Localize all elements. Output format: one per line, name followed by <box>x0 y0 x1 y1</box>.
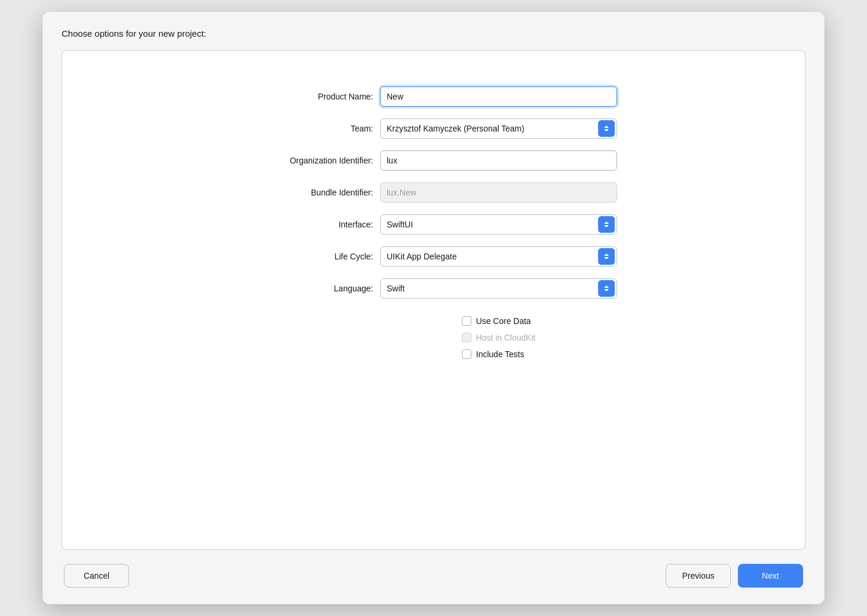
host-in-cloudkit-row: Host in CloudKit <box>462 333 535 342</box>
product-name-label: Product Name: <box>250 92 380 101</box>
lifecycle-row: Life Cycle: UIKit App Delegate SwiftUI A… <box>250 246 617 267</box>
org-identifier-input[interactable] <box>380 150 617 171</box>
lifecycle-label: Life Cycle: <box>250 252 380 261</box>
form-container: Product Name: Team: Krzysztof Kamyczek (… <box>250 86 617 310</box>
bundle-identifier-label: Bundle Identifier: <box>250 188 380 197</box>
use-core-data-label: Use Core Data <box>476 316 531 326</box>
use-core-data-checkbox[interactable] <box>462 316 471 326</box>
include-tests-label: Include Tests <box>476 349 524 359</box>
bundle-identifier-input <box>380 182 617 203</box>
team-field: Krzysztof Kamyczek (Personal Team) <box>380 118 617 139</box>
lifecycle-select-wrapper: UIKit App Delegate SwiftUI App <box>380 246 617 267</box>
previous-button[interactable]: Previous <box>666 564 731 588</box>
footer-right: Previous Next <box>666 564 803 588</box>
host-in-cloudkit-checkbox <box>462 333 471 342</box>
use-core-data-row: Use Core Data <box>462 316 535 326</box>
cancel-button[interactable]: Cancel <box>64 564 129 588</box>
interface-select-wrapper: SwiftUI Storyboard <box>380 214 617 235</box>
dialog-header: Choose options for your new project: <box>62 28 805 38</box>
include-tests-checkbox[interactable] <box>462 349 471 359</box>
language-select-wrapper: Swift Objective-C <box>380 278 617 299</box>
dialog-footer: Cancel Previous Next <box>62 564 805 588</box>
org-identifier-label: Organization Identifier: <box>250 156 380 165</box>
interface-row: Interface: SwiftUI Storyboard <box>250 214 617 235</box>
next-button[interactable]: Next <box>738 564 803 588</box>
team-label: Team: <box>250 124 380 133</box>
lifecycle-field: UIKit App Delegate SwiftUI App <box>380 246 617 267</box>
checkboxes-area: Use Core Data Host in CloudKit Include T… <box>462 316 535 359</box>
product-name-row: Product Name: <box>250 86 617 107</box>
language-label: Language: <box>250 284 380 293</box>
team-row: Team: Krzysztof Kamyczek (Personal Team) <box>250 118 617 139</box>
bundle-identifier-row: Bundle Identifier: <box>250 182 617 203</box>
lifecycle-select[interactable]: UIKit App Delegate SwiftUI App <box>380 246 617 267</box>
interface-field: SwiftUI Storyboard <box>380 214 617 235</box>
interface-select[interactable]: SwiftUI Storyboard <box>380 214 617 235</box>
language-select[interactable]: Swift Objective-C <box>380 278 617 299</box>
language-row: Language: Swift Objective-C <box>250 278 617 299</box>
language-field: Swift Objective-C <box>380 278 617 299</box>
org-identifier-field <box>380 150 617 171</box>
bundle-identifier-field <box>380 182 617 203</box>
product-name-input[interactable] <box>380 86 617 107</box>
host-in-cloudkit-label: Host in CloudKit <box>476 333 535 342</box>
interface-label: Interface: <box>250 220 380 229</box>
team-select[interactable]: Krzysztof Kamyczek (Personal Team) <box>380 118 617 139</box>
new-project-dialog: Choose options for your new project: Pro… <box>43 12 824 604</box>
dialog-content: Product Name: Team: Krzysztof Kamyczek (… <box>62 50 805 550</box>
team-select-wrapper: Krzysztof Kamyczek (Personal Team) <box>380 118 617 139</box>
org-identifier-row: Organization Identifier: <box>250 150 617 171</box>
include-tests-row: Include Tests <box>462 349 535 359</box>
product-name-field <box>380 86 617 107</box>
